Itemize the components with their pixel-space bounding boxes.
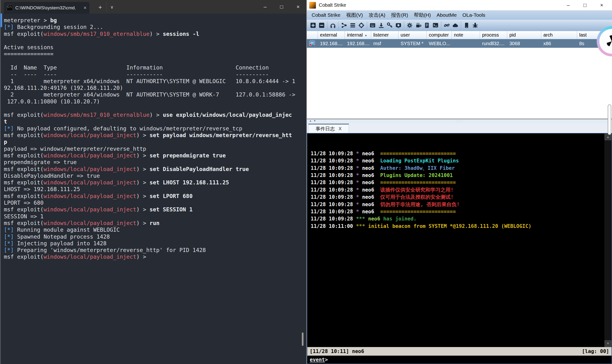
terminal-tab-cmd[interactable]: C:\ C:\WINDOWS\system32\cmd. ×	[4, 2, 89, 14]
terminal-line: SESSION => 1	[4, 213, 304, 220]
management-icon[interactable]	[462, 21, 471, 30]
terminal-line: -- ---- ---- ----------- ----------	[4, 71, 304, 78]
maximize-button[interactable]: □	[273, 0, 290, 14]
bottom-tab-strip: 事件日志 X	[307, 123, 612, 133]
column-header-external[interactable]: external	[318, 31, 345, 39]
cobalt-window-controls: – □ ×	[560, 0, 610, 11]
connect-link-icon[interactable]	[443, 21, 451, 30]
menu-item-4[interactable]: 帮助(H)	[411, 12, 434, 18]
close-button[interactable]: ×	[290, 0, 306, 14]
new-tab-button[interactable]: +	[95, 2, 105, 12]
payload-generator-icon[interactable]	[405, 21, 414, 30]
session-cell-external: 192.168....	[318, 39, 345, 48]
event-log-line: 11/28 10:09:28 * neo6 Plugins Update: 20…	[311, 172, 601, 179]
close-button[interactable]: ×	[593, 0, 610, 11]
terminal-line: prependmigrate => true	[4, 159, 304, 166]
status-time-user: [11/28 10:11] neo6	[310, 349, 364, 354]
terminal-scrollbar-thumb[interactable]	[302, 332, 304, 346]
event-log-line: 11/28 10:11:00 *** initial beacon from S…	[311, 223, 601, 230]
session-cell-user: SYSTEM *	[398, 39, 427, 48]
event-log-line: 11/28 10:09:28 *** neo6 has joined.	[311, 215, 601, 222]
screenshots-icon[interactable]	[394, 21, 403, 30]
minimize-button[interactable]: –	[257, 0, 273, 14]
reports-icon[interactable]	[423, 21, 431, 30]
web-drive-by-icon[interactable]	[414, 21, 423, 30]
terminal-line	[4, 37, 304, 44]
terminal-window-controls: – □ ×	[257, 0, 306, 14]
column-header-listener[interactable]: listener	[371, 31, 398, 39]
event-log-line: 11/28 10:09:28 * neo6 该插件仅供安全研究和学习之用!	[311, 186, 601, 194]
terminal-line: msf exploit(windows/local/payload_inject…	[4, 193, 304, 199]
status-lag: [lag: 00]	[582, 349, 609, 354]
terminal-line: msf exploit(windows/local/payload_inject…	[4, 166, 304, 172]
column-header-note[interactable]: note	[452, 31, 480, 39]
terminal-line: Active sessions	[4, 44, 304, 51]
event-log-line: 11/28 10:09:28 * neo6 ==================…	[311, 179, 601, 186]
splitter-grip[interactable]: ··········	[456, 120, 463, 123]
desktop: C:\ C:\WINDOWS\system32\cmd. × + ∨ – □ ×…	[0, 0, 612, 364]
event-log-tab-label: 事件日志	[316, 126, 335, 132]
minimize-button[interactable]: –	[560, 0, 577, 11]
cloud-icon[interactable]	[451, 21, 460, 30]
overlay-scrollbar-thumb[interactable]	[0, 13, 2, 27]
terminal-line: [*] Preparing 'windows/meterpreter/rever…	[4, 247, 304, 253]
terminal-line: msf exploit(windows/local/payload_inject…	[4, 132, 304, 139]
tab-close-icon[interactable]: ×	[83, 5, 87, 11]
toolbar-separator	[367, 21, 367, 29]
column-header-computer[interactable]: computer	[427, 31, 452, 39]
menu-item-5[interactable]: AboutMe	[434, 12, 460, 18]
scroll-down-icon[interactable]: ▼	[605, 340, 611, 347]
menu-item-2[interactable]: 攻击(A)	[366, 12, 388, 18]
pane-splitter[interactable]: ▲▼ ··········	[307, 119, 612, 123]
column-header-pid[interactable]: pid	[507, 31, 541, 39]
new-connection-icon[interactable]	[309, 21, 317, 30]
toolbar-separator	[327, 21, 327, 29]
toolbar-separator	[404, 21, 404, 29]
close-connection-icon[interactable]	[317, 21, 326, 30]
splitter-collapse-icons[interactable]: ▲▼	[309, 119, 318, 122]
event-log-status-bar: [11/28 10:11] neo6 [lag: 00]	[307, 347, 612, 356]
tab-event-log[interactable]: 事件日志 X	[308, 124, 349, 133]
overlay-scrollbar[interactable]	[608, 104, 611, 135]
script-console-icon[interactable]	[431, 21, 440, 30]
menu-item-0[interactable]: Cobalt Strike	[309, 12, 343, 18]
terminal-line: 127.0.0.1:10800 (10.10.20.7)	[4, 98, 304, 105]
session-row[interactable]: 192.168....192.168....msfSYSTEM *WEBLO..…	[307, 39, 612, 48]
cobalt-window-title: Cobalt Strike	[319, 2, 346, 8]
keystrokes-icon[interactable]	[368, 21, 377, 30]
downloads-icon[interactable]	[377, 21, 386, 30]
pivot-graph-icon[interactable]	[340, 21, 348, 30]
credentials-icon[interactable]	[386, 21, 394, 30]
column-header-arch[interactable]: arch	[541, 31, 577, 39]
tab-close-icon[interactable]: X	[339, 126, 342, 131]
maximize-button[interactable]: □	[577, 0, 593, 11]
event-log-console[interactable]: 11/28 10:09:28 * neo6 ==================…	[307, 133, 612, 347]
menu-item-3[interactable]: 报告(R)	[388, 12, 411, 18]
sessions-table-icon[interactable]	[348, 21, 357, 30]
column-header-user[interactable]: user	[398, 31, 427, 39]
cobalt-strike-window: Cobalt Strike – □ × Cobalt Strike视图(V)攻击…	[307, 0, 612, 364]
column-header-process[interactable]: process	[480, 31, 507, 39]
cobalt-titlebar: Cobalt Strike – □ ×	[307, 0, 612, 11]
event-log-line: 11/28 10:09:28 * neo6 仅可用于合法及授权的安全测试!	[311, 194, 601, 201]
listeners-icon[interactable]	[329, 21, 337, 30]
toolbar-separator	[441, 21, 441, 29]
menu-item-6[interactable]: OLa-Tools	[460, 12, 488, 18]
terminal-line: [*] Running module against WEBLOGIC	[4, 226, 304, 233]
console-scrollbar[interactable]: ▲ ▼	[604, 133, 612, 347]
terminal-line: msf exploit(windows/local/payload_inject…	[4, 206, 304, 213]
terminal-tab-title: C:\WINDOWS\system32\cmd.	[15, 5, 82, 11]
terminal-line	[4, 58, 304, 64]
event-prompt-suffix: >	[325, 357, 328, 363]
event-log-line: 11/28 10:09:28 * neo6 ==================…	[311, 150, 601, 157]
event-command-input[interactable]: event>	[307, 356, 612, 364]
tab-dropdown-icon[interactable]: ∨	[107, 2, 117, 12]
column-header-internal[interactable]: internal▲	[345, 31, 371, 39]
sort-arrow-icon: ▲	[365, 34, 367, 37]
sessions-table-empty-area	[307, 48, 612, 119]
bug-report-icon[interactable]	[471, 21, 480, 30]
terminal-output[interactable]: meterpreter > bg[*] Backgrounding sessio…	[1, 14, 306, 260]
targets-table-icon[interactable]	[357, 21, 366, 30]
terminal-line: msf exploit(windows/smb/ms17_010_eternal…	[4, 112, 304, 118]
menu-item-1[interactable]: 视图(V)	[343, 12, 366, 18]
